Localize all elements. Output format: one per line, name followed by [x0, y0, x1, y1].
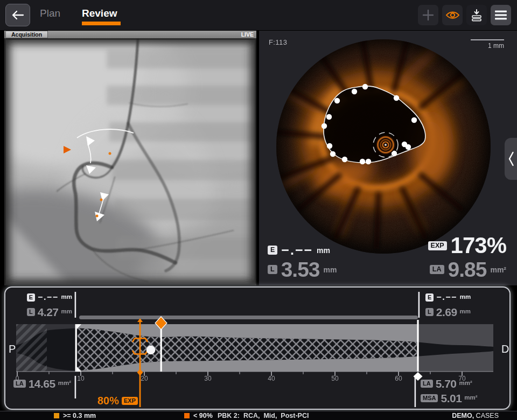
distal-edge-measurements: E −.−− mm L 2.69 mm — [425, 291, 471, 318]
angiography-image[interactable] — [4, 38, 256, 285]
active-tab-underline — [82, 22, 121, 25]
msa-value: 5.01 — [441, 393, 462, 404]
legend-color-swatch — [184, 413, 190, 418]
ruler-label-30: 30 — [201, 375, 215, 382]
stent-range-bar — [79, 316, 418, 319]
ruler-label-0: 0 — [10, 375, 24, 382]
visibility-button[interactable] — [442, 5, 463, 25]
e-unit: mm — [460, 294, 471, 300]
lumen-diameter-value: 3.53 — [281, 259, 320, 280]
study-description: PBK 2: RCA, Mid, Post-PCI — [218, 412, 309, 419]
user-name: DEMO, — [452, 412, 474, 419]
longitudinal-vessel-panel: E −.−− mm L 4.27 mm E −.−− mm L 2.69 mm … — [4, 286, 511, 410]
la-badge: LA — [421, 380, 433, 388]
oct-cross-section-panel: F:113 1 mm E −.−− mm L 3.53 mm EXP 173% … — [259, 31, 517, 285]
e-value: −.−− — [281, 243, 313, 257]
legend-apposition: >= 0.3 mm — [54, 412, 96, 419]
tab-review[interactable]: Review — [82, 8, 117, 19]
legend-expansion: < 90% — [184, 412, 213, 419]
legend-label: < 90% — [193, 412, 213, 419]
e-unit: mm — [317, 247, 330, 254]
msa-unit: mm² — [464, 395, 477, 401]
side-panel-handle[interactable] — [505, 138, 517, 180]
top-bar: Plan Review — [0, 0, 517, 30]
lumen-diameter-badge: L — [268, 265, 277, 274]
ruler-label-20: 20 — [137, 375, 151, 382]
oct-measurements-left: E −.−− mm L 3.53 mm — [268, 243, 337, 280]
lumen-area-value: 9.85 — [448, 259, 487, 280]
l-badge: L — [27, 308, 35, 316]
expansion-badge: EXP — [122, 397, 138, 405]
l-badge: L — [425, 308, 434, 316]
expansion-value: 80% — [97, 395, 119, 406]
acquisition-title-bar: Acquisition LIVE — [4, 31, 256, 38]
la-value: 5.70 — [436, 378, 457, 389]
export-button[interactable] — [466, 5, 487, 25]
la-unit: mm² — [58, 380, 71, 387]
ruler-label-10: 10 — [74, 375, 88, 382]
e-unit: mm — [61, 294, 72, 300]
proximal-edge-measurements: E −.−− mm L 4.27 mm — [9, 291, 72, 318]
back-arrow-icon — [11, 10, 25, 20]
frame-counter: F:113 — [269, 38, 287, 46]
ruler-label-50: 50 — [328, 375, 342, 382]
live-badge: LIVE — [241, 31, 254, 38]
back-button[interactable] — [5, 4, 30, 26]
expansion-value: 173% — [451, 234, 506, 257]
distal-label: D — [501, 343, 509, 355]
chevron-left-icon — [508, 151, 514, 166]
legend-color-swatch — [54, 413, 59, 418]
lumen-area-badge: LA — [430, 265, 444, 274]
ruler-label-60: 60 — [392, 375, 406, 382]
tab-plan[interactable]: Plan — [40, 8, 60, 19]
lumen-diameter-unit: mm — [324, 266, 337, 274]
expansion-badge: EXP — [428, 241, 447, 250]
proximal-label: P — [9, 343, 16, 355]
frame-bookmark-dot[interactable] — [146, 346, 156, 355]
add-button[interactable] — [418, 5, 438, 25]
user-group: CASES — [476, 412, 499, 419]
expansion-readout: 80% EXP — [74, 394, 138, 407]
expansion-e-badge: E — [268, 246, 277, 255]
l-unit: mm — [460, 309, 471, 315]
ruler-minor-ticks — [49, 372, 430, 374]
e-badge: E — [425, 293, 434, 302]
msa-badge: MSA — [421, 394, 438, 402]
lumen-area-unit: mm² — [490, 266, 506, 274]
status-bar: >= 0.3 mm < 90% PBK 2: RCA, Mid, Post-PC… — [0, 411, 517, 420]
menu-button[interactable] — [491, 5, 511, 25]
angiography-panel: Acquisition LIVE — [4, 31, 256, 285]
ruler-label-70: 70 — [455, 375, 469, 382]
hamburger-menu-icon — [494, 10, 507, 20]
e-value: −.−− — [38, 293, 58, 302]
proximal-hatch-overlay — [16, 324, 47, 372]
scale-bar: 1 mm — [471, 39, 504, 50]
oct-measurements-right: EXP 173% LA 9.85 mm² — [428, 234, 506, 280]
e-badge: E — [27, 293, 35, 302]
la-value: 14.65 — [29, 378, 55, 389]
export-download-icon — [471, 9, 483, 22]
scale-bar-label: 1 mm — [471, 42, 504, 50]
legend-label: >= 0.3 mm — [63, 412, 96, 419]
e-value: −.−− — [436, 293, 457, 302]
user-label: DEMO, CASES — [452, 412, 499, 419]
scale-bar-line — [471, 39, 504, 40]
ruler-label-40: 40 — [264, 375, 278, 382]
eye-icon — [445, 10, 460, 20]
acquisition-tab[interactable]: Acquisition — [5, 31, 48, 38]
l-value: 2.69 — [436, 306, 457, 318]
l-unit: mm — [61, 309, 72, 315]
l-value: 4.27 — [38, 306, 59, 318]
plus-icon — [422, 9, 434, 21]
